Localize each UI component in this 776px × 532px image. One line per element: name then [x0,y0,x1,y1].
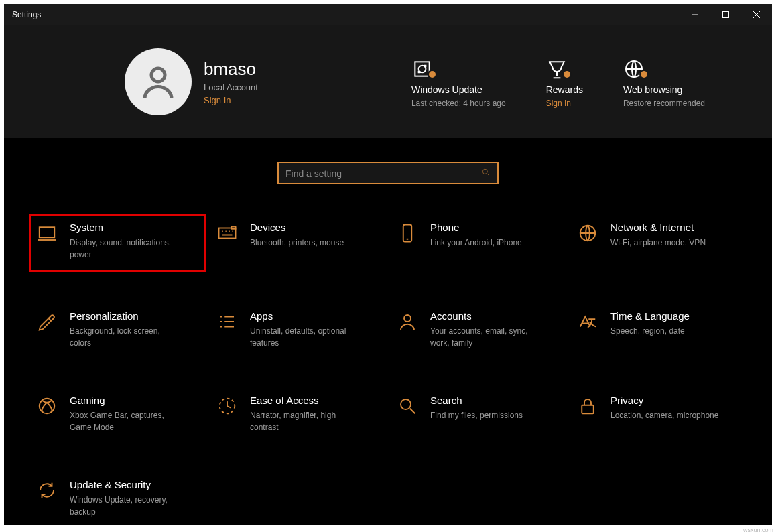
apps-icon [215,310,239,349]
category-text: DevicesBluetooth, printers, mouse [250,222,344,265]
category-search[interactable]: SearchFind my files, permissions [391,391,565,438]
category-phone[interactable]: PhoneLink your Android, iPhone [391,218,565,269]
refresh-icon [35,479,59,518]
svg-point-13 [401,399,411,409]
category-title: Accounts [430,310,544,322]
status-title: Rewards [546,84,583,95]
status-rewards[interactable]: Rewards Sign In [546,55,583,109]
svg-point-1 [151,68,165,82]
category-text: AccountsYour accounts, email, sync, work… [430,310,544,349]
category-text: PersonalizationBackground, lock screen, … [70,310,184,349]
category-desc: Find my files, permissions [430,409,523,421]
category-text: SearchFind my files, permissions [430,395,523,434]
category-title: System [70,222,184,233]
category-title: Search [430,395,523,406]
search-icon [481,168,491,179]
category-desc: Windows Update, recovery, backup [70,494,184,518]
category-personalization[interactable]: PersonalizationBackground, lock screen, … [31,306,204,353]
category-desc: Speech, region, date [610,325,690,337]
category-desc: Narrator, magnifier, high contrast [250,409,364,434]
category-text: PrivacyLocation, camera, microphone [610,395,718,434]
xbox-icon [35,395,59,434]
status-sub: Last checked: 4 hours ago [411,98,506,109]
main-section: SystemDisplay, sound, notifications, pow… [4,138,772,525]
category-text: Network & InternetWi-Fi, airplane mode, … [610,222,706,265]
category-title: Gaming [70,395,184,406]
status-windows-update[interactable]: Windows Update Last checked: 4 hours ago [411,55,506,109]
category-text: SystemDisplay, sound, notifications, pow… [70,222,184,261]
category-desc: Xbox Game Bar, captures, Game Mode [70,409,184,434]
category-apps[interactable]: AppsUninstall, defaults, optional featur… [211,306,385,353]
status-sub: Restore recommended [623,98,705,109]
category-desc: Link your Android, iPhone [430,237,522,249]
titlebar: Settings [4,4,772,25]
sign-in-link[interactable]: Sign In [204,95,258,105]
keyboard-icon [215,222,239,265]
badge-icon [428,70,437,79]
avatar[interactable] [125,48,192,115]
category-ease[interactable]: Ease of AccessNarrator, magnifier, high … [211,391,385,438]
phone-icon [395,222,419,265]
account-type: Local Account [204,82,258,92]
svg-rect-0 [723,12,729,18]
svg-rect-14 [582,405,594,414]
category-devices[interactable]: DevicesBluetooth, printers, mouse [211,218,385,269]
search-box[interactable] [277,162,499,184]
category-system[interactable]: SystemDisplay, sound, notifications, pow… [29,214,206,272]
close-button[interactable] [741,4,772,25]
status-sub-link[interactable]: Sign In [546,98,583,109]
badge-icon [562,70,572,79]
category-title: Time & Language [610,310,690,322]
watermark: wsxun.com [743,527,773,532]
category-desc: Your accounts, email, sync, work, family [430,325,544,349]
category-desc: Bluetooth, printers, mouse [250,237,344,249]
category-network[interactable]: Network & InternetWi-Fi, airplane mode, … [572,218,745,269]
person-icon [395,310,419,349]
search-row [31,162,745,184]
svg-rect-6 [219,228,236,239]
category-text: Ease of AccessNarrator, magnifier, high … [250,395,364,434]
status-group: Windows Update Last checked: 4 hours ago… [411,55,745,109]
category-time[interactable]: Time & LanguageSpeech, region, date [572,306,745,353]
category-title: Update & Security [70,479,184,490]
language-icon [576,310,600,349]
window-controls [680,4,772,25]
window-title: Settings [4,10,41,19]
category-title: Ease of Access [250,395,364,406]
category-title: Network & Internet [610,222,706,233]
category-gaming[interactable]: GamingXbox Game Bar, captures, Game Mode [31,391,204,438]
category-accounts[interactable]: AccountsYour accounts, email, sync, work… [391,306,565,353]
category-text: AppsUninstall, defaults, optional featur… [250,310,364,349]
badge-icon [639,70,649,79]
category-title: Apps [250,310,364,322]
svg-point-10 [404,315,411,322]
category-update[interactable]: Update & SecurityWindows Update, recover… [31,475,204,522]
brush-icon [35,310,59,349]
status-web-browsing[interactable]: Web browsing Restore recommended [623,55,705,109]
maximize-button[interactable] [710,4,741,25]
category-desc: Wi-Fi, airplane mode, VPN [610,237,706,249]
svg-rect-5 [40,227,55,237]
status-title: Web browsing [623,84,705,95]
ease-icon [215,395,239,434]
category-title: Devices [250,222,344,233]
status-title: Windows Update [411,84,506,95]
category-title: Phone [430,222,522,233]
category-desc: Location, camera, microphone [610,409,718,421]
settings-window: Settings bmaso Local Account Sign In [4,4,772,525]
category-grid: SystemDisplay, sound, notifications, pow… [31,218,745,522]
category-text: Update & SecurityWindows Update, recover… [70,479,184,518]
minimize-button[interactable] [680,4,710,25]
globe-icon [576,222,600,265]
category-desc: Display, sound, notifications, power [70,237,184,261]
category-text: PhoneLink your Android, iPhone [430,222,522,265]
svg-point-11 [40,399,55,414]
username: bmaso [204,59,258,80]
search-icon [395,395,419,434]
category-text: GamingXbox Game Bar, captures, Game Mode [70,395,184,434]
person-icon [138,62,178,102]
search-input[interactable] [285,168,481,179]
category-title: Privacy [610,395,718,406]
category-privacy[interactable]: PrivacyLocation, camera, microphone [572,391,745,438]
category-text: Time & LanguageSpeech, region, date [610,310,690,349]
